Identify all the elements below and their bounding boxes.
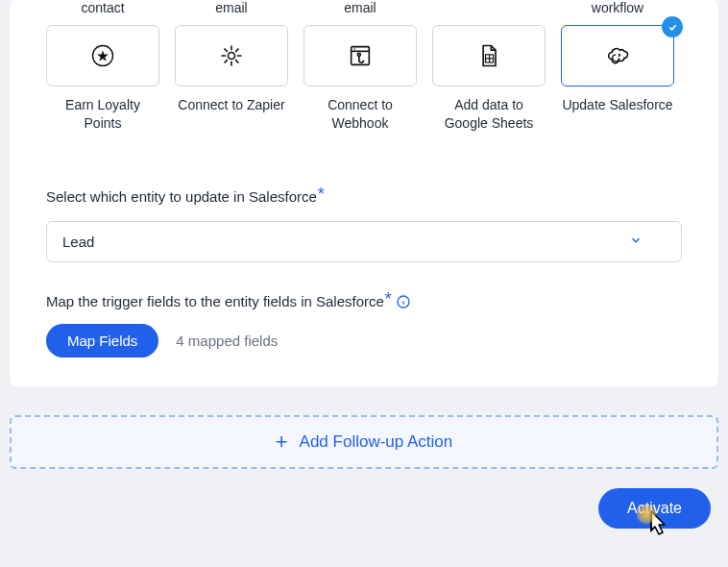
map-fields-button[interactable]: Map Fields xyxy=(46,324,158,357)
info-icon[interactable] xyxy=(396,294,411,309)
configuration-panel: contact email email workflow Earn Loyalt… xyxy=(10,0,718,386)
selected-check-icon xyxy=(662,16,683,37)
action-tile-webhook[interactable]: Connect to Webhook xyxy=(303,25,417,133)
previous-row-labels: contact email email workflow xyxy=(46,0,682,25)
tile-label: Earn Loyalty Points xyxy=(46,96,159,133)
plus-icon: + xyxy=(276,430,288,455)
salesforce-icon xyxy=(604,42,631,69)
required-asterisk: * xyxy=(385,290,392,308)
entity-select-value: Lead xyxy=(62,234,94,250)
add-followup-action-button[interactable]: + Add Follow-up Action xyxy=(10,415,718,469)
chevron-down-icon xyxy=(629,234,643,250)
zapier-icon xyxy=(218,42,245,69)
svg-point-1 xyxy=(229,53,235,60)
prev-label: email xyxy=(175,0,288,15)
map-fields-label: Map the trigger fields to the entity fie… xyxy=(46,293,682,310)
sheets-icon xyxy=(475,42,502,69)
tile-label: Update Salesforce xyxy=(561,96,674,114)
entity-select[interactable]: Lead xyxy=(46,221,682,262)
prev-label: email xyxy=(303,0,417,15)
action-tile-google-sheets[interactable]: Add data to Google Sheets xyxy=(432,25,546,133)
svg-point-3 xyxy=(353,48,355,50)
action-tile-earn-loyalty[interactable]: Earn Loyalty Points xyxy=(46,25,159,133)
svg-point-4 xyxy=(357,53,360,56)
star-icon xyxy=(89,42,116,69)
prev-label xyxy=(432,0,546,15)
followup-label: Add Follow-up Action xyxy=(300,432,453,452)
action-tile-zapier[interactable]: Connect to Zapier xyxy=(175,25,288,133)
tile-label: Add data to Google Sheets xyxy=(432,96,546,133)
action-tile-salesforce[interactable]: Update Salesforce xyxy=(561,25,674,133)
required-asterisk: * xyxy=(318,185,325,203)
activate-button[interactable]: Activate xyxy=(598,488,711,529)
tile-label: Connect to Webhook xyxy=(303,96,417,133)
entity-select-label: Select which entity to update in Salesfo… xyxy=(46,188,682,206)
tile-label: Connect to Zapier xyxy=(175,96,288,114)
action-tile-grid: Earn Loyalty Points Connect to Zapier xyxy=(46,25,682,133)
prev-label: contact xyxy=(46,0,159,15)
mapped-fields-count: 4 mapped fields xyxy=(176,333,278,349)
webhook-icon xyxy=(347,42,374,69)
prev-label: workflow xyxy=(561,0,674,15)
